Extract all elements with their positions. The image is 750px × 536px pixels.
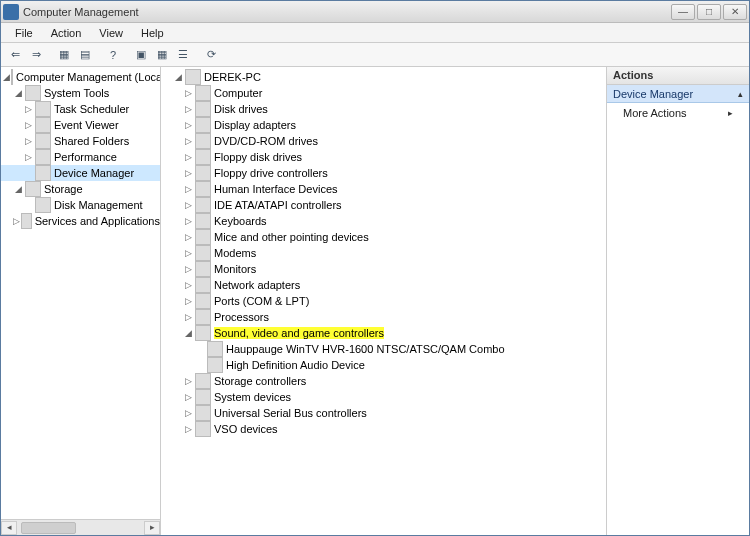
- expand-icon[interactable]: ▷: [183, 248, 194, 259]
- device-sound-child-1[interactable]: Hauppauge WinTV HVR-1600 NTSC/ATSC/QAM C…: [161, 341, 606, 357]
- vso-icon: [195, 421, 211, 437]
- horizontal-scrollbar[interactable]: ◂ ▸: [1, 519, 160, 535]
- expand-icon[interactable]: ▷: [183, 280, 194, 291]
- tree-label: System devices: [214, 391, 291, 403]
- tree-root[interactable]: ◢Computer Management (Local: [1, 69, 160, 85]
- close-button[interactable]: ✕: [723, 4, 747, 20]
- help-button[interactable]: ?: [103, 45, 123, 65]
- expand-icon[interactable]: ▷: [23, 120, 34, 131]
- device-hid[interactable]: ▷Human Interface Devices: [161, 181, 606, 197]
- expand-icon[interactable]: ▷: [183, 168, 194, 179]
- device-sound[interactable]: ◢Sound, video and game controllers: [161, 325, 606, 341]
- tree-system-tools[interactable]: ◢System Tools: [1, 85, 160, 101]
- tree-event-viewer[interactable]: ▷Event Viewer: [1, 117, 160, 133]
- device-ide[interactable]: ▷IDE ATA/ATAPI controllers: [161, 197, 606, 213]
- collapse-icon[interactable]: ◢: [173, 72, 184, 83]
- device-usb[interactable]: ▷Universal Serial Bus controllers: [161, 405, 606, 421]
- expand-icon[interactable]: ▷: [183, 200, 194, 211]
- device-sound-child-2[interactable]: High Definition Audio Device: [161, 357, 606, 373]
- tree-storage[interactable]: ◢Storage: [1, 181, 160, 197]
- view-button-1[interactable]: ▣: [131, 45, 151, 65]
- menu-action[interactable]: Action: [43, 25, 90, 41]
- tree-services-apps[interactable]: ▷Services and Applications: [1, 213, 160, 229]
- console-tree: ◢Computer Management (Local ◢System Tool…: [1, 67, 160, 231]
- properties-button[interactable]: ▤: [75, 45, 95, 65]
- tree-performance[interactable]: ▷Performance: [1, 149, 160, 165]
- device-computer[interactable]: ▷Computer: [161, 85, 606, 101]
- expand-icon[interactable]: ▷: [183, 184, 194, 195]
- device-system[interactable]: ▷System devices: [161, 389, 606, 405]
- up-button[interactable]: ▦: [54, 45, 74, 65]
- expand-icon[interactable]: ▷: [183, 424, 194, 435]
- expand-icon[interactable]: ▷: [183, 232, 194, 243]
- expand-icon[interactable]: ▷: [183, 120, 194, 131]
- expand-icon[interactable]: ▷: [183, 104, 194, 115]
- expand-icon[interactable]: ▷: [183, 296, 194, 307]
- back-button[interactable]: ⇐: [5, 45, 25, 65]
- tree-label: Floppy disk drives: [214, 151, 302, 163]
- tree-disk-management[interactable]: Disk Management: [1, 197, 160, 213]
- folder-icon: [25, 85, 41, 101]
- disk-icon: [195, 101, 211, 117]
- view-button-2[interactable]: ▦: [152, 45, 172, 65]
- expand-icon[interactable]: ▷: [183, 136, 194, 147]
- device-modems[interactable]: ▷Modems: [161, 245, 606, 261]
- device-keyboards[interactable]: ▷Keyboards: [161, 213, 606, 229]
- device-ports[interactable]: ▷Ports (COM & LPT): [161, 293, 606, 309]
- device-processors[interactable]: ▷Processors: [161, 309, 606, 325]
- window-title: Computer Management: [23, 6, 671, 18]
- menu-help[interactable]: Help: [133, 25, 172, 41]
- scroll-thumb[interactable]: [21, 522, 76, 534]
- scan-button[interactable]: ⟳: [201, 45, 221, 65]
- collapse-icon[interactable]: ◢: [13, 184, 24, 195]
- device-disk-drives[interactable]: ▷Disk drives: [161, 101, 606, 117]
- tree-label: Storage: [44, 183, 83, 195]
- view-button-3[interactable]: ☰: [173, 45, 193, 65]
- expand-icon[interactable]: ▷: [183, 216, 194, 227]
- tree-device-manager[interactable]: Device Manager: [1, 165, 160, 181]
- no-twisty: [23, 168, 34, 179]
- device-dvd[interactable]: ▷DVD/CD-ROM drives: [161, 133, 606, 149]
- expand-icon[interactable]: ▷: [183, 152, 194, 163]
- expand-icon[interactable]: ▷: [13, 216, 20, 227]
- device-mice[interactable]: ▷Mice and other pointing devices: [161, 229, 606, 245]
- menu-view[interactable]: View: [91, 25, 131, 41]
- minimize-button[interactable]: —: [671, 4, 695, 20]
- device-storage-ctrl[interactable]: ▷Storage controllers: [161, 373, 606, 389]
- actions-more[interactable]: More Actions ▸: [607, 103, 749, 123]
- menu-file[interactable]: File: [7, 25, 41, 41]
- tree-label: Storage controllers: [214, 375, 306, 387]
- display-icon: [195, 117, 211, 133]
- expand-icon[interactable]: ▷: [183, 392, 194, 403]
- forward-button[interactable]: ⇒: [26, 45, 46, 65]
- device-monitors[interactable]: ▷Monitors: [161, 261, 606, 277]
- device-display[interactable]: ▷Display adapters: [161, 117, 606, 133]
- device-vso[interactable]: ▷VSO devices: [161, 421, 606, 437]
- tree-label: Services and Applications: [35, 215, 160, 227]
- actions-section[interactable]: Device Manager ▴: [607, 85, 749, 103]
- expand-icon[interactable]: ▷: [23, 104, 34, 115]
- maximize-button[interactable]: □: [697, 4, 721, 20]
- expand-icon[interactable]: ▷: [183, 264, 194, 275]
- collapse-icon[interactable]: ◢: [183, 328, 194, 339]
- expand-icon[interactable]: ▷: [23, 152, 34, 163]
- tree-task-scheduler[interactable]: ▷Task Scheduler: [1, 101, 160, 117]
- tree-shared-folders[interactable]: ▷Shared Folders: [1, 133, 160, 149]
- scroll-left-button[interactable]: ◂: [1, 521, 17, 535]
- tree-label: Processors: [214, 311, 269, 323]
- device-root[interactable]: ◢DEREK-PC: [161, 69, 606, 85]
- collapse-up-icon[interactable]: ▴: [738, 89, 743, 99]
- expand-icon[interactable]: ▷: [183, 376, 194, 387]
- collapse-icon[interactable]: ◢: [3, 72, 10, 83]
- device-network[interactable]: ▷Network adapters: [161, 277, 606, 293]
- expand-icon[interactable]: ▷: [183, 408, 194, 419]
- device-floppy[interactable]: ▷Floppy disk drives: [161, 149, 606, 165]
- expand-icon[interactable]: ▷: [183, 88, 194, 99]
- expand-icon[interactable]: ▷: [183, 312, 194, 323]
- device-floppy-ctrl[interactable]: ▷Floppy drive controllers: [161, 165, 606, 181]
- scroll-right-button[interactable]: ▸: [144, 521, 160, 535]
- collapse-icon[interactable]: ◢: [13, 88, 24, 99]
- device-icon: [207, 357, 223, 373]
- mouse-icon: [195, 229, 211, 245]
- expand-icon[interactable]: ▷: [23, 136, 34, 147]
